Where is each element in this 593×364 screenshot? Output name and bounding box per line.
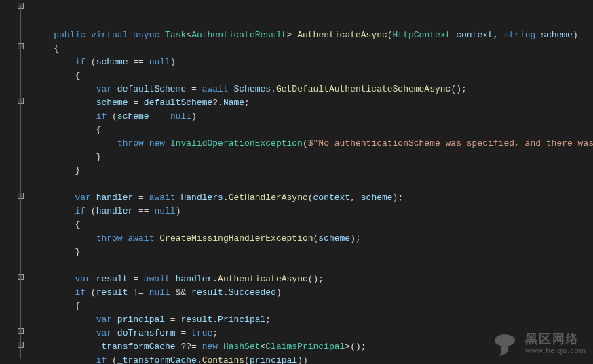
- token-type: InvalidOperationException: [170, 138, 303, 148]
- token-pn: (: [107, 355, 117, 364]
- token-local: doTransform: [117, 328, 176, 338]
- code-line[interactable]: if (_transformCache.Contains(principal)): [33, 354, 593, 364]
- token-kw: await: [144, 274, 170, 284]
- code-line[interactable]: scheme = defaultScheme?.Name;: [33, 96, 593, 110]
- token-pn: (: [107, 111, 117, 121]
- code-line[interactable]: }: [33, 150, 593, 164]
- code-line[interactable]: }: [33, 164, 593, 178]
- token-kw: null: [149, 287, 170, 298]
- code-area[interactable]: public virtual async Task<AuthenticateRe…: [27, 0, 593, 364]
- token-brace: {: [33, 43, 59, 54]
- token-pn: ): [573, 30, 578, 40]
- token-op: ==: [149, 111, 170, 121]
- token-local: context: [313, 193, 351, 203]
- code-editor[interactable]: ------- public virtual async Task<Authen…: [0, 0, 593, 364]
- token-op: =: [128, 274, 143, 284]
- token-local: handler: [96, 193, 134, 203]
- token-pn: [33, 315, 96, 325]
- code-line[interactable]: throw await CreateMissingHandlerExceptio…: [33, 232, 593, 245]
- token-pn: [33, 355, 96, 364]
- token-local: principal: [250, 355, 297, 364]
- token-method: AuthenticateAsync: [218, 274, 308, 284]
- code-line[interactable]: var principal = result.Principal;: [33, 313, 593, 327]
- code-line[interactable]: var result = await handler.AuthenticateA…: [33, 272, 593, 286]
- code-line[interactable]: _transformCache ??= new HashSet<ClaimsPr…: [33, 340, 593, 354]
- code-line[interactable]: var doTransform = true;: [33, 327, 593, 340]
- code-line[interactable]: if (scheme == null): [33, 56, 593, 69]
- token-pn: .: [212, 274, 218, 284]
- token-pn: .: [223, 287, 229, 298]
- token-kw: string: [503, 30, 535, 40]
- token-pn: (: [85, 287, 96, 298]
- code-line[interactable]: if (handler == null): [33, 205, 593, 218]
- token-method: GetDefaultAuthenticateSchemeAsync: [276, 84, 451, 94]
- token-brace: }: [33, 165, 80, 176]
- token-kw: await: [202, 84, 229, 94]
- token-local: Schemes: [234, 84, 271, 94]
- token-pn: (: [85, 57, 96, 67]
- token-kw: if: [96, 111, 107, 121]
- code-line[interactable]: if (result != null && result.Succeeded): [33, 286, 593, 300]
- token-brace: {: [33, 220, 80, 230]
- token-pn: ;: [212, 328, 218, 338]
- token-str: $"No authenticationScheme was specified,…: [308, 138, 593, 148]
- token-type: ClaimsPrincipal: [265, 342, 345, 352]
- code-line[interactable]: }: [33, 245, 593, 259]
- token-local: scheme: [96, 57, 128, 67]
- token-op: =: [186, 84, 202, 94]
- token-local: defaultScheme: [117, 84, 186, 94]
- token-pn: ): [170, 57, 176, 67]
- token-local: _transformCache: [96, 342, 176, 352]
- token-op: =: [128, 98, 143, 108]
- code-line[interactable]: [33, 178, 593, 191]
- code-line[interactable]: {: [33, 123, 593, 137]
- token-pn: [33, 193, 75, 203]
- token-local: handler: [96, 206, 134, 216]
- token-local: result: [96, 287, 128, 298]
- code-line[interactable]: throw new InvalidOperationException($"No…: [33, 137, 593, 150]
- code-line[interactable]: [33, 259, 593, 272]
- code-line[interactable]: var handler = await Handlers.GetHandlerA…: [33, 191, 593, 205]
- token-pn: ,: [493, 30, 504, 40]
- token-pn: [535, 30, 541, 40]
- code-line[interactable]: {: [33, 218, 593, 232]
- token-local: scheme: [361, 193, 393, 203]
- code-line[interactable]: if (scheme == null): [33, 110, 593, 123]
- token-pn: ,: [350, 193, 361, 203]
- code-line[interactable]: public virtual async Task<AuthenticateRe…: [33, 28, 593, 42]
- code-line[interactable]: {: [33, 300, 593, 313]
- token-pn: [112, 315, 117, 325]
- token-local: Name: [223, 98, 244, 108]
- token-local: result: [96, 274, 128, 284]
- token-kw: new: [149, 138, 165, 148]
- code-line[interactable]: var defaultScheme = await Schemes.GetDef…: [33, 83, 593, 96]
- token-pn: [112, 84, 117, 94]
- token-pn: [33, 111, 96, 121]
- token-type: HashSet: [223, 342, 261, 352]
- token-local: _transformCache: [117, 355, 197, 364]
- token-pn: (: [303, 138, 308, 148]
- token-op: =: [133, 193, 149, 203]
- token-pn: [159, 30, 165, 40]
- code-line[interactable]: {: [33, 42, 593, 56]
- token-pn: [229, 84, 234, 94]
- token-pn: ();: [308, 274, 324, 284]
- code-line[interactable]: {: [33, 69, 593, 83]
- token-local: scheme: [96, 98, 128, 108]
- token-method: CreateMissingHandlerException: [159, 233, 313, 243]
- token-pn: >: [287, 30, 298, 40]
- token-pn: ?.: [212, 98, 223, 108]
- token-method: GetHandlerAsync: [229, 193, 308, 203]
- token-method: AuthenticateAsync: [297, 30, 387, 40]
- token-op: ==: [133, 206, 154, 216]
- token-pn: [33, 206, 75, 216]
- token-local: scheme: [318, 233, 350, 243]
- token-pn: .: [197, 355, 202, 364]
- token-brace: {: [33, 301, 80, 311]
- token-op: ==: [128, 57, 149, 67]
- token-local: Handlers: [180, 193, 223, 203]
- token-pn: .: [212, 315, 218, 325]
- token-type: AuthenticateResult: [191, 30, 286, 40]
- token-kw: await: [149, 193, 176, 203]
- token-kw: true: [191, 328, 212, 338]
